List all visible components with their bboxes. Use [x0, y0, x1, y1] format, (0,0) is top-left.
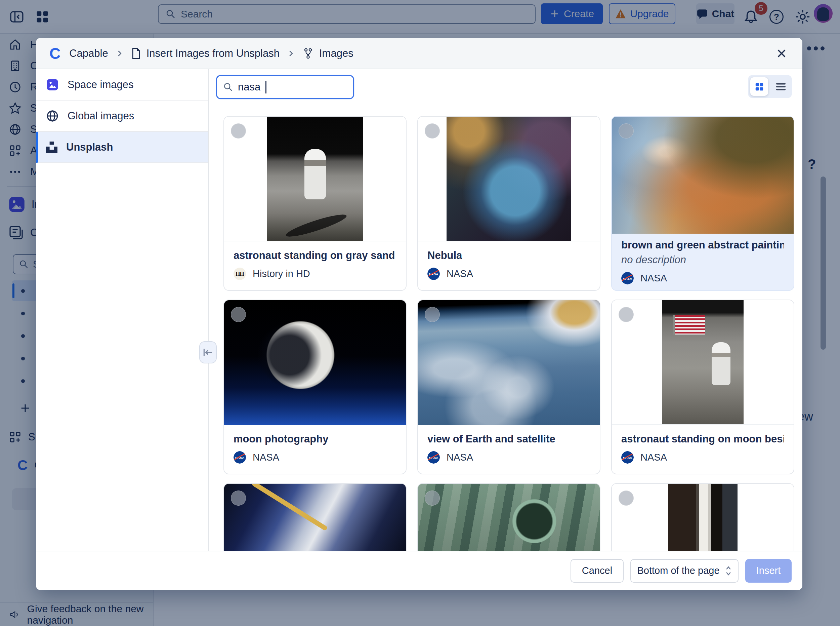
photo-moon — [224, 300, 406, 425]
photo-carina-nebula — [612, 117, 794, 234]
search-icon — [223, 82, 233, 92]
nav-label: Unsplash — [66, 141, 113, 153]
image-results-area: nasa as — [209, 69, 803, 551]
select-checkbox[interactable] — [231, 490, 246, 505]
author-logo-nasa: NASA — [621, 272, 634, 285]
grid-view-button[interactable] — [750, 77, 768, 96]
breadcrumb-capable[interactable]: Capable — [69, 47, 108, 59]
photo-nebula — [447, 117, 571, 241]
list-view-button[interactable] — [772, 77, 790, 96]
author-logo-nasa: NASA — [234, 451, 246, 463]
select-checkbox[interactable] — [618, 307, 634, 322]
image-thumbnail — [612, 484, 794, 551]
image-card[interactable]: view of Earth and satellite NASA NASA — [417, 300, 600, 474]
photo-rocket-engines — [418, 484, 600, 551]
image-author: NASA — [447, 452, 473, 463]
unsplash-icon — [46, 142, 58, 153]
image-author: NASA — [640, 452, 667, 463]
branch-icon — [302, 48, 314, 59]
globe-icon — [46, 110, 59, 122]
image-grid: astronaut standing on gray sand HH Histo… — [223, 116, 792, 551]
image-card[interactable]: moon photography NASA NASA — [223, 300, 407, 474]
photo-earth-satellite — [418, 300, 600, 425]
image-card[interactable]: Nebula NASA NASA — [417, 116, 600, 291]
image-author: NASA — [253, 452, 279, 463]
panel-collapse-button[interactable] — [199, 341, 217, 363]
nav-label: Space images — [67, 79, 133, 91]
photo-astronaut-moon — [267, 117, 363, 241]
modal-body: Space images Global images Unsplash nasa — [36, 69, 803, 551]
cancel-button[interactable]: Cancel — [570, 559, 624, 583]
modal-header: C Capable Insert Images from Unsplash Im… — [36, 38, 803, 69]
image-thumbnail — [612, 117, 794, 234]
grid-view-icon — [754, 82, 764, 92]
image-card[interactable] — [611, 483, 794, 551]
text-cursor — [265, 81, 267, 94]
insert-button[interactable]: Insert — [745, 559, 792, 583]
author-logo-history-in-hd: HH — [234, 268, 246, 280]
image-card-highlighted[interactable]: brown and green abstract painting no des… — [611, 116, 794, 291]
select-checkbox[interactable] — [618, 490, 634, 505]
select-checkbox[interactable] — [425, 490, 440, 505]
image-card[interactable] — [223, 483, 407, 551]
search-value: nasa — [238, 81, 261, 93]
breadcrumb-insert-images[interactable]: Insert Images from Unsplash — [147, 47, 279, 59]
author-logo-nasa: NASA — [428, 451, 440, 463]
document-icon — [131, 48, 141, 59]
insert-images-modal: C Capable Insert Images from Unsplash Im… — [36, 38, 803, 590]
nav-unsplash[interactable]: Unsplash — [36, 132, 208, 163]
image-source-panel: Space images Global images Unsplash — [36, 69, 209, 551]
nav-label: Global images — [67, 110, 134, 122]
image-title: brown and green abstract painting — [621, 239, 784, 251]
image-author: History in HD — [253, 268, 310, 279]
author-logo-nasa: NASA — [428, 268, 440, 280]
image-author: NASA — [447, 268, 473, 279]
image-thumbnail — [224, 300, 406, 425]
list-view-icon — [776, 82, 786, 91]
image-title: Nebula — [428, 249, 590, 261]
image-thumbnail — [418, 117, 600, 241]
image-card[interactable]: astronaut standing on gray sand HH Histo… — [223, 116, 407, 291]
image-title: view of Earth and satellite — [428, 433, 590, 445]
select-checkbox[interactable] — [425, 307, 440, 322]
insert-position-select[interactable]: Bottom of the page — [630, 559, 739, 583]
select-checkbox[interactable] — [618, 124, 634, 139]
select-checkbox[interactable] — [425, 124, 440, 139]
insert-position-value: Bottom of the page — [637, 565, 719, 576]
image-card[interactable]: astronaut standing on moon beside NASA N… — [611, 300, 794, 474]
select-checkbox[interactable] — [231, 124, 246, 139]
select-chevrons-icon — [725, 566, 732, 576]
chevron-right-icon — [116, 50, 123, 57]
image-description: no description — [621, 254, 784, 266]
image-title: moon photography — [234, 433, 397, 445]
image-thumbnail — [224, 117, 406, 241]
select-checkbox[interactable] — [231, 307, 246, 322]
collapse-left-icon — [202, 347, 214, 357]
image-title: astronaut standing on moon beside — [621, 433, 784, 445]
capable-logo: C — [49, 46, 61, 61]
image-thumbnail — [224, 484, 406, 551]
view-toggle — [748, 75, 792, 98]
nav-global-images[interactable]: Global images — [36, 100, 208, 132]
nav-space-images[interactable]: Space images — [36, 69, 208, 100]
image-thumbnail — [418, 484, 600, 551]
photo-spacecraft — [224, 484, 406, 551]
image-thumbnail — [418, 300, 600, 425]
image-author: NASA — [640, 273, 667, 284]
image-title: astronaut standing on gray sand — [234, 249, 397, 261]
image-thumbnail — [612, 300, 794, 425]
author-logo-nasa: NASA — [621, 451, 634, 463]
chevron-right-icon — [287, 50, 294, 57]
photo-rocket — [668, 484, 737, 551]
photo-astronaut-flag — [662, 300, 743, 424]
modal-footer: Cancel Bottom of the page Insert — [36, 551, 803, 590]
image-search-input[interactable]: nasa — [216, 75, 354, 99]
close-icon[interactable] — [773, 45, 790, 62]
breadcrumb-images[interactable]: Images — [319, 47, 353, 59]
image-card[interactable] — [417, 483, 600, 551]
space-images-icon — [46, 78, 59, 91]
